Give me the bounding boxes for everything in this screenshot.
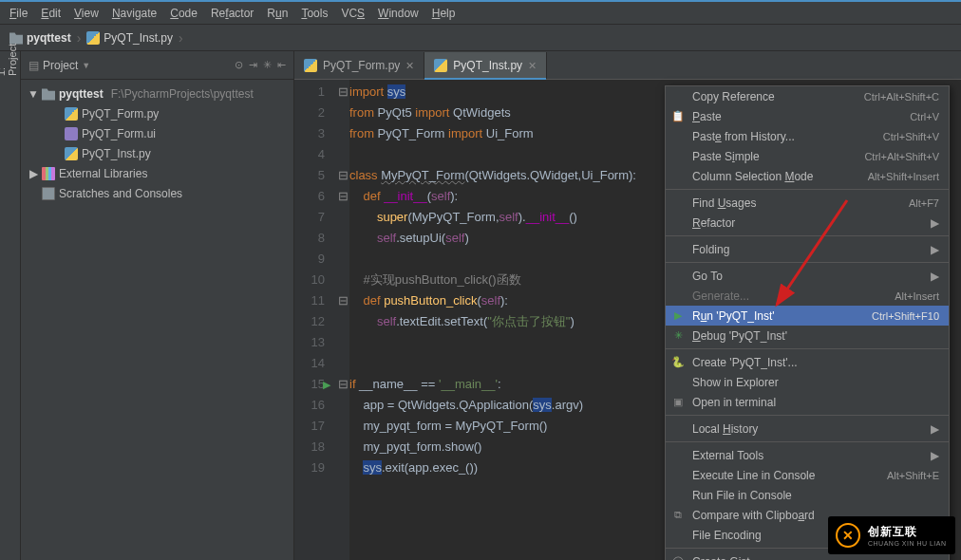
- context-menu-item[interactable]: Copy ReferenceCtrl+Alt+Shift+C: [666, 86, 949, 106]
- context-menu-item[interactable]: 🐍Create 'PyQT_Inst'...: [666, 352, 949, 372]
- tree-file[interactable]: PyQT_Inst.py: [21, 143, 293, 163]
- menu-run[interactable]: Run: [267, 7, 288, 20]
- menu-item-label: Execute Line in Console: [692, 469, 887, 482]
- fold-mark[interactable]: [336, 437, 349, 457]
- fold-mark[interactable]: [336, 249, 349, 270]
- context-menu-item[interactable]: ▣Open in terminal: [666, 392, 949, 412]
- fold-mark[interactable]: ⊟: [336, 165, 349, 186]
- menu-separator: [666, 415, 949, 416]
- project-header-icon: ▤: [28, 59, 39, 72]
- tool-gear-icon[interactable]: ✳: [263, 59, 272, 71]
- menu-separator: [666, 441, 949, 442]
- tree-file-label: PyQT_Form.ui: [82, 127, 156, 140]
- tree-label: Scratches and Consoles: [59, 187, 182, 200]
- fold-mark[interactable]: [336, 123, 349, 144]
- close-icon[interactable]: ✕: [528, 60, 537, 72]
- context-menu-item[interactable]: Execute Line in ConsoleAlt+Shift+E: [666, 465, 949, 485]
- fold-mark[interactable]: ⊟: [336, 186, 349, 207]
- sidebar-title[interactable]: Project: [43, 59, 78, 72]
- fold-mark[interactable]: [336, 332, 349, 353]
- tool-scroll-icon[interactable]: ⇥: [249, 59, 257, 71]
- fold-mark[interactable]: [336, 457, 349, 478]
- editor-tab[interactable]: PyQT_Form.py✕: [294, 52, 424, 79]
- fold-mark[interactable]: [336, 103, 349, 123]
- context-menu-item[interactable]: External Tools▶: [666, 445, 949, 465]
- tool-tab-project[interactable]: 1: Project: [0, 55, 20, 82]
- tree-root[interactable]: ▼ pyqttest F:\PycharmProjects\pyqttest: [21, 84, 293, 103]
- gist-icon: ◯: [671, 555, 685, 561]
- menu-shortcut: Alt+Shift+E: [887, 470, 939, 481]
- tree-arrow-down-icon[interactable]: ▼: [28, 87, 38, 101]
- menu-tools[interactable]: Tools: [301, 7, 328, 20]
- menu-file[interactable]: File: [9, 7, 28, 20]
- scratch-icon: [42, 187, 55, 200]
- fold-mark[interactable]: [336, 311, 349, 332]
- context-menu-item[interactable]: Run File in Console: [666, 485, 949, 505]
- menu-window[interactable]: Window: [378, 7, 419, 20]
- tree-arrow-right-icon[interactable]: ▶: [28, 167, 38, 180]
- breadcrumb-project-label: pyqttest: [27, 31, 71, 45]
- fold-mark[interactable]: [336, 395, 349, 416]
- menu-vcs[interactable]: VCS: [341, 7, 365, 20]
- tree-scratches[interactable]: Scratches and Consoles: [21, 183, 293, 203]
- watermark-sub: CHUANG XIN HU LIAN: [868, 540, 947, 547]
- fold-mark[interactable]: [336, 416, 349, 437]
- context-menu-item[interactable]: Go To▶: [666, 266, 949, 286]
- tree-file[interactable]: PyQT_Form.ui: [21, 123, 293, 143]
- menu-item-label: Open in terminal: [692, 396, 939, 409]
- breadcrumb-sep-icon: ›: [77, 30, 82, 46]
- context-menu-item[interactable]: Paste SimpleCtrl+Alt+Shift+V: [666, 146, 949, 166]
- tree-file[interactable]: PyQT_Form.py: [21, 103, 293, 123]
- context-menu-item[interactable]: Show in Explorer: [666, 372, 949, 392]
- paste-icon: 📋: [671, 110, 685, 123]
- context-menu-item[interactable]: Refactor▶: [666, 213, 949, 233]
- menu-help[interactable]: Help: [432, 7, 456, 20]
- tool-collapse-icon[interactable]: ⊙: [235, 59, 243, 71]
- menu-item-label: Run 'PyQT_Inst': [692, 309, 872, 323]
- context-menu-item[interactable]: Paste from History...Ctrl+Shift+V: [666, 126, 949, 146]
- fold-mark[interactable]: [336, 270, 349, 290]
- fold-mark[interactable]: [336, 353, 349, 374]
- fold-mark[interactable]: ⊟: [336, 290, 349, 311]
- context-menu-item[interactable]: ✳Debug 'PyQT_Inst': [666, 326, 949, 345]
- run-gutter-icon[interactable]: ▶: [323, 374, 330, 395]
- context-menu-item[interactable]: ▶Run 'PyQT_Inst'Ctrl+Shift+F10: [666, 306, 949, 326]
- menu-edit[interactable]: Edit: [41, 7, 61, 20]
- menu-item-label: Folding: [692, 243, 931, 256]
- breadcrumb-file-label: PyQT_Inst.py: [104, 31, 173, 45]
- menu-shortcut: Ctrl+V: [910, 111, 939, 122]
- tree-file-label: PyQT_Form.py: [82, 107, 159, 121]
- context-menu-item[interactable]: Find UsagesAlt+F7: [666, 193, 949, 213]
- menu-code[interactable]: Code: [170, 7, 198, 20]
- menu-shortcut: Ctrl+Alt+Shift+C: [864, 91, 939, 103]
- context-menu-item[interactable]: Column Selection ModeAlt+Shift+Insert: [666, 166, 949, 186]
- editor-tab[interactable]: PyQT_Inst.py✕: [424, 52, 547, 79]
- menu-view[interactable]: View: [74, 7, 99, 20]
- fold-mark[interactable]: ⊟: [336, 82, 349, 103]
- context-menu-item[interactable]: Folding▶: [666, 239, 949, 259]
- line-number: 9: [294, 249, 325, 270]
- tree-external-libs[interactable]: ▶ External Libraries: [21, 163, 293, 183]
- fold-mark[interactable]: [336, 207, 349, 228]
- chevron-down-icon[interactable]: ▼: [82, 61, 90, 70]
- line-number: 16: [294, 395, 325, 416]
- fold-mark[interactable]: ⊟: [336, 374, 349, 395]
- context-menu-item[interactable]: Local History▶: [666, 419, 949, 439]
- compare-icon: ⧉: [671, 509, 685, 522]
- menu-refactor[interactable]: Refactor: [211, 7, 254, 20]
- submenu-arrow-icon: ▶: [931, 216, 939, 230]
- menu-navigate[interactable]: Navigate: [112, 7, 157, 20]
- menu-separator: [666, 348, 949, 349]
- folder-icon: [42, 87, 55, 101]
- python-file-icon: [86, 31, 100, 45]
- line-number: 17: [294, 416, 325, 437]
- fold-mark[interactable]: [336, 144, 349, 165]
- menu-item-label: Paste: [692, 110, 910, 123]
- fold-mark[interactable]: [336, 228, 349, 249]
- tool-hide-icon[interactable]: ⇤: [277, 59, 286, 71]
- context-menu-item[interactable]: 📋PasteCtrl+V: [666, 106, 949, 126]
- close-icon[interactable]: ✕: [405, 60, 414, 72]
- project-tree: ▼ pyqttest F:\PycharmProjects\pyqttest P…: [21, 80, 293, 207]
- breadcrumb-project[interactable]: pyqttest: [9, 31, 71, 45]
- breadcrumb-file[interactable]: PyQT_Inst.py: [86, 31, 173, 45]
